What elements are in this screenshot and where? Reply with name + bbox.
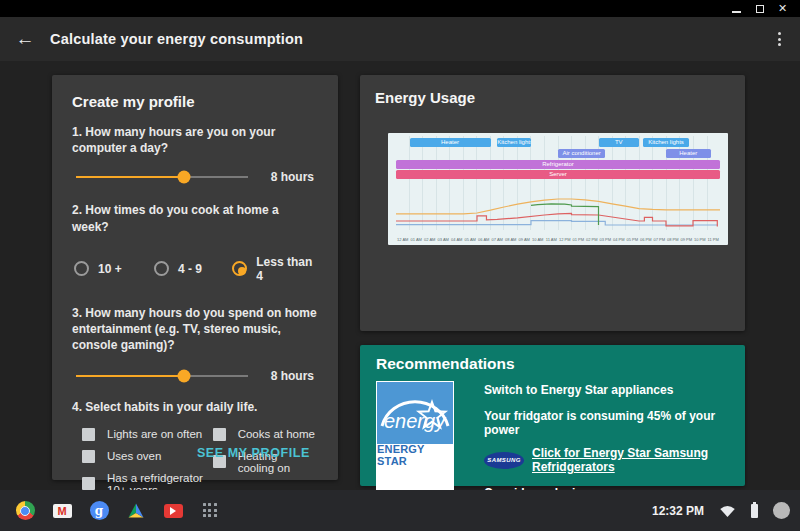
status-tray[interactable]: 12:32 PM bbox=[652, 502, 790, 519]
google-drive-icon[interactable] bbox=[126, 501, 146, 521]
shelf: M g 12:32 PM bbox=[0, 490, 800, 531]
timeline-bar: Air conditioner bbox=[558, 149, 605, 158]
x-axis-tick-label: 06 PM bbox=[639, 237, 653, 242]
x-axis-tick-label: 01 AM bbox=[410, 237, 424, 242]
timeline-bars: HeaterKitchen lightsTVKitchen lightsAir … bbox=[396, 138, 720, 182]
panel-title: Recommendations bbox=[376, 355, 729, 373]
minimize-icon[interactable] bbox=[731, 3, 742, 14]
google-icon[interactable]: g bbox=[89, 501, 109, 521]
slider-value: 8 hours bbox=[266, 170, 314, 184]
x-axis-tick-label: 10 AM bbox=[531, 237, 545, 242]
timeline-bar: Kitchen lights bbox=[643, 138, 689, 147]
hours-computer-slider[interactable] bbox=[76, 170, 248, 184]
samsung-logo[interactable]: SAMSUNG bbox=[484, 452, 524, 469]
window-title-strip: ✕ bbox=[0, 0, 800, 17]
timeline-bar: Heater bbox=[410, 138, 491, 147]
x-axis-tick-label: 04 AM bbox=[450, 237, 464, 242]
back-arrow-icon[interactable]: ← bbox=[8, 22, 42, 56]
question-3-slider-row: 8 hours bbox=[76, 369, 314, 383]
usage-lines-svg bbox=[396, 189, 720, 229]
content-area: Create my profile 1. How many hours are … bbox=[0, 61, 800, 490]
recommendation-item: Switch to Energy Star appliances bbox=[484, 383, 729, 397]
samsung-refrigerators-link[interactable]: Click for Energy Star Samsung Refridgera… bbox=[532, 446, 729, 474]
slider-value: 8 hours bbox=[266, 369, 314, 383]
x-axis-tick-label: 08 PM bbox=[666, 237, 680, 242]
radio-icon[interactable] bbox=[74, 261, 89, 276]
radio-option-10plus[interactable]: 10 + bbox=[74, 255, 154, 283]
see-my-profile-button[interactable]: SEE MY PROFILE bbox=[189, 438, 318, 468]
x-axis-tick-label: 07 PM bbox=[653, 237, 667, 242]
x-axis-tick-label: 06 AM bbox=[477, 237, 491, 242]
energy-script-text: energy bbox=[384, 410, 446, 432]
question-3-label: 3. How many hours do you spend on home e… bbox=[72, 305, 318, 354]
question-2-label: 2. How times do you cook at home a week? bbox=[72, 202, 318, 234]
overflow-menu-icon[interactable] bbox=[768, 28, 790, 50]
x-axis-tick-label: 05 PM bbox=[626, 237, 640, 242]
x-axis-tick-label: 04 PM bbox=[612, 237, 626, 242]
youtube-icon[interactable] bbox=[163, 501, 183, 521]
timeline-bar: TV bbox=[599, 138, 640, 147]
panel-title: Energy Usage bbox=[375, 89, 730, 106]
checkbox-icon[interactable] bbox=[82, 477, 95, 490]
page-title: Calculate your energy consumption bbox=[50, 31, 303, 47]
x-axis-tick-label: 09 AM bbox=[518, 237, 532, 242]
x-axis-tick-label: 05 AM bbox=[464, 237, 478, 242]
checkbox-icon[interactable] bbox=[82, 428, 95, 441]
question-1-slider-row: 8 hours bbox=[76, 170, 314, 184]
recommendations-panel: Recommendations energy ENERGY STAR Switc… bbox=[360, 345, 745, 486]
wifi-icon[interactable] bbox=[719, 504, 736, 518]
x-axis-tick-label: 01 PM bbox=[572, 237, 586, 242]
x-axis-tick-label: 09 PM bbox=[680, 237, 694, 242]
entertainment-hours-slider[interactable] bbox=[76, 369, 248, 383]
x-axis-tick-label: 11 AM bbox=[545, 237, 559, 242]
radio-option-less-than-4[interactable]: Less than 4 bbox=[232, 255, 316, 283]
timeline-bar: Refrigerator bbox=[396, 160, 720, 169]
battery-icon[interactable] bbox=[751, 504, 758, 518]
timeline-bar: Heater bbox=[666, 149, 711, 158]
x-axis-tick-label: 12 AM bbox=[396, 237, 410, 242]
x-axis-tick-label: 08 AM bbox=[504, 237, 518, 242]
maximize-icon[interactable] bbox=[754, 3, 765, 14]
avatar[interactable] bbox=[773, 502, 790, 519]
x-axis-tick-label: 11 PM bbox=[707, 237, 721, 242]
gmail-icon[interactable]: M bbox=[52, 501, 72, 521]
radio-option-4-9[interactable]: 4 - 9 bbox=[154, 255, 232, 283]
app-bar: ← Calculate your energy consumption bbox=[0, 17, 800, 61]
radio-icon[interactable] bbox=[232, 261, 247, 276]
radio-icon[interactable] bbox=[154, 261, 169, 276]
chromeos-window: ✕ ← Calculate your energy consumption Cr… bbox=[0, 0, 800, 531]
slider-thumb[interactable] bbox=[178, 370, 191, 383]
question-4-label: 4. Select habits in your daily life. bbox=[72, 399, 318, 415]
create-profile-panel: Create my profile 1. How many hours are … bbox=[52, 75, 338, 480]
x-axis-tick-label: 03 AM bbox=[437, 237, 451, 242]
energy-usage-chart: HeaterKitchen lightsTVKitchen lightsAir … bbox=[388, 133, 728, 245]
x-axis-tick-label: 03 PM bbox=[599, 237, 613, 242]
clock[interactable]: 12:32 PM bbox=[652, 504, 704, 518]
checkbox-icon[interactable] bbox=[82, 450, 95, 463]
panel-title: Create my profile bbox=[72, 93, 318, 110]
slider-thumb[interactable] bbox=[178, 171, 191, 184]
chrome-icon[interactable] bbox=[15, 501, 35, 521]
x-axis-tick-label: 12 PM bbox=[558, 237, 572, 242]
x-axis-tick-label: 10 PM bbox=[693, 237, 707, 242]
cook-frequency-radio-group: 10 + 4 - 9 Less than 4 bbox=[74, 255, 316, 283]
timeline-bar: Server bbox=[396, 170, 720, 179]
timeline-bar: Kitchen lights bbox=[497, 138, 531, 147]
x-axis-labels: 12 AM01 AM02 AM03 AM04 AM05 AM06 AM07 AM… bbox=[396, 237, 720, 242]
x-axis-tick-label: 07 AM bbox=[491, 237, 505, 242]
x-axis-tick-label: 02 AM bbox=[423, 237, 437, 242]
energy-star-band: ENERGY STAR bbox=[377, 444, 453, 466]
energy-star-logo: energy ENERGY STAR bbox=[376, 381, 454, 500]
line-orange bbox=[396, 199, 720, 214]
energy-usage-panel: Energy Usage HeaterKitchen lightsTVKitch… bbox=[360, 75, 745, 331]
recommendation-item: Your fridgator is consuming 45% of your … bbox=[484, 409, 729, 437]
apps-grid-icon[interactable] bbox=[200, 501, 220, 521]
close-icon[interactable]: ✕ bbox=[777, 3, 788, 14]
question-1-label: 1. How many hours are you on your comput… bbox=[72, 124, 318, 156]
x-axis-tick-label: 02 PM bbox=[585, 237, 599, 242]
